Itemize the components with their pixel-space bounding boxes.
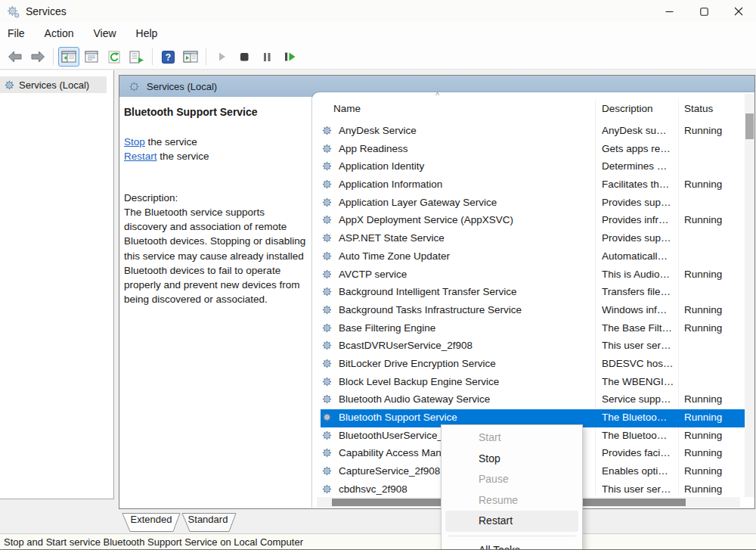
service-row[interactable]: AVCTP service This is Audio… Running xyxy=(321,266,745,284)
menu-file[interactable]: File xyxy=(8,23,35,45)
service-row[interactable]: AppX Deployment Service (AppXSVC) Provid… xyxy=(321,212,745,230)
service-row[interactable]: Application Layer Gateway Service Provid… xyxy=(321,194,745,213)
stop-service-suffix: the service xyxy=(145,136,197,148)
service-description: This user ser… xyxy=(602,340,677,351)
services-gear-icon xyxy=(5,80,14,90)
refresh-button[interactable] xyxy=(104,47,125,67)
service-gear-icon xyxy=(322,144,332,154)
service-row[interactable]: BcastDVRUserService_2f908 This user ser… xyxy=(321,337,745,356)
service-gear-icon xyxy=(322,251,332,261)
context-menu-item-resume[interactable]: Resume xyxy=(445,490,578,511)
service-name: App Readiness xyxy=(339,143,408,154)
properties-button[interactable] xyxy=(81,47,102,67)
export-list-button[interactable] xyxy=(126,47,147,67)
service-row[interactable]: Bluetooth Audio Gateway Service Service … xyxy=(321,391,745,409)
service-description: Service supp… xyxy=(602,393,677,405)
service-description: The Bluetoo… xyxy=(602,430,677,441)
service-name: Background Tasks Infrastructure Service xyxy=(339,304,522,315)
service-description: The WBENGI… xyxy=(602,376,677,387)
service-status: Running xyxy=(684,269,722,280)
start-service-button[interactable] xyxy=(211,47,232,67)
service-status: Running xyxy=(684,393,722,405)
submenu-arrow-icon: › xyxy=(565,540,569,550)
service-row[interactable]: App Readiness Gets apps re… xyxy=(321,141,745,159)
service-name: Bluetooth Audio Gateway Service xyxy=(339,393,490,405)
context-menu-item-stop[interactable]: Stop xyxy=(445,449,578,470)
stop-service-link[interactable]: Stop xyxy=(124,136,145,148)
menu-bar: File Action View Help xyxy=(0,23,756,45)
service-gear-icon xyxy=(322,377,332,387)
service-row[interactable]: Base Filtering Engine The Base Filt… Run… xyxy=(321,320,745,338)
service-gear-icon xyxy=(322,305,332,315)
minimize-button[interactable] xyxy=(652,0,686,23)
action-pane-icon xyxy=(183,51,198,63)
help-button[interactable]: ? xyxy=(157,47,178,67)
stop-service-button[interactable] xyxy=(234,47,255,67)
console-tree-panel: Services (Local) xyxy=(0,70,114,499)
play-icon xyxy=(215,51,228,63)
restart-service-link[interactable]: Restart xyxy=(124,151,157,162)
service-gear-icon xyxy=(322,126,332,135)
service-description: Provides sup… xyxy=(602,197,677,208)
menu-view[interactable]: View xyxy=(83,23,125,45)
service-row[interactable]: AnyDesk Service AnyDesk su… Running xyxy=(321,123,745,141)
service-row[interactable]: BitLocker Drive Encryption Service BDESV… xyxy=(321,356,745,374)
context-menu-item-label: Stop xyxy=(479,452,500,465)
context-menu-item-label: Start xyxy=(479,431,501,443)
service-row[interactable]: Auto Time Zone Updater Automaticall… xyxy=(321,248,745,266)
vertical-scrollbar[interactable] xyxy=(745,94,754,497)
column-header-name[interactable]: Name xyxy=(333,103,361,114)
service-status: Running xyxy=(684,430,722,441)
service-row[interactable]: Block Level Backup Engine Service The WB… xyxy=(321,374,745,392)
minimize-icon xyxy=(665,8,674,16)
service-gear-icon xyxy=(322,430,332,440)
service-row[interactable]: ASP.NET State Service Provides sup… xyxy=(321,230,745,248)
context-menu-item-pause[interactable]: Pause xyxy=(445,469,578,490)
pause-icon xyxy=(261,51,273,63)
menu-help[interactable]: Help xyxy=(126,23,168,45)
back-button[interactable] xyxy=(5,47,26,67)
show-console-tree-button[interactable] xyxy=(58,47,79,67)
column-header-description[interactable]: Description xyxy=(602,103,653,114)
stop-icon xyxy=(238,51,250,63)
service-description: AnyDesk su… xyxy=(602,125,677,136)
restart-service-button[interactable] xyxy=(279,47,300,67)
pause-service-button[interactable] xyxy=(256,47,277,67)
service-description: Enables opti… xyxy=(602,465,677,477)
service-name: BitLocker Drive Encryption Service xyxy=(339,358,496,369)
services-window: { "window": { "title": "Services" }, "me… xyxy=(0,0,756,550)
description-text: The Bluetooth service supports discovery… xyxy=(124,205,310,306)
tab-standard[interactable]: Standard xyxy=(181,514,234,525)
close-button[interactable] xyxy=(721,0,756,23)
vertical-scrollbar-thumb[interactable] xyxy=(745,113,754,139)
context-menu-item-start[interactable]: Start xyxy=(445,427,578,449)
toolbar-separator xyxy=(152,48,153,65)
tree-item-services-local[interactable]: Services (Local) xyxy=(0,76,107,93)
context-menu-item-label: Restart xyxy=(479,514,513,527)
stop-service-line: Stop the service xyxy=(124,135,309,149)
show-action-pane-button[interactable] xyxy=(180,47,201,67)
service-row[interactable]: Application Identity Determines … xyxy=(321,158,745,176)
menu-action[interactable]: Action xyxy=(35,23,84,45)
service-description: Facilitates th… xyxy=(602,179,677,190)
forward-button[interactable] xyxy=(27,47,48,67)
maximize-button[interactable] xyxy=(686,0,721,23)
service-gear-icon xyxy=(322,340,332,350)
services-gear-icon xyxy=(129,82,139,92)
restart-service-line: Restart the service xyxy=(124,149,309,163)
service-status: Running xyxy=(684,412,722,423)
export-list-icon xyxy=(129,51,144,64)
tab-extended[interactable]: Extended xyxy=(125,514,178,525)
service-row[interactable]: Application Information Facilitates th… … xyxy=(321,176,745,194)
context-menu-item-restart[interactable]: Restart xyxy=(445,511,578,532)
column-header-status[interactable]: Status xyxy=(684,103,713,114)
service-row[interactable]: Background Tasks Infrastructure Service … xyxy=(321,302,745,320)
service-description: BDESVC hos… xyxy=(602,358,677,369)
service-name: AnyDesk Service xyxy=(339,125,417,136)
context-menu-item-all-tasks[interactable]: All Tasks › xyxy=(445,540,578,550)
service-name: BcastDVRUserService_2f908 xyxy=(339,340,472,351)
service-status: Running xyxy=(684,483,722,495)
close-icon xyxy=(734,7,743,16)
service-description: Provides infr… xyxy=(602,214,677,225)
service-row[interactable]: Background Intelligent Transfer Service … xyxy=(321,284,745,302)
